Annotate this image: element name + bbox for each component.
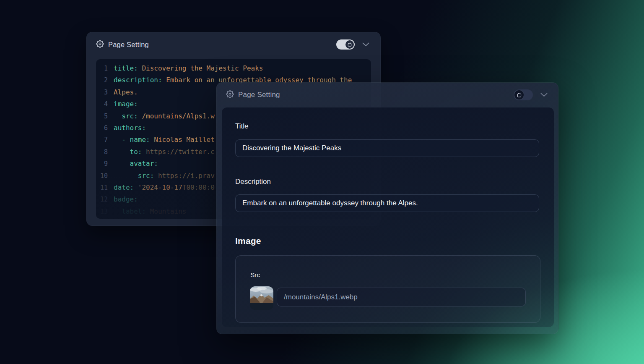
title-label: Title xyxy=(235,122,249,131)
line-number: 2 xyxy=(96,74,108,86)
line-number: 1 xyxy=(96,63,108,74)
toggle-knob xyxy=(514,90,524,100)
view-mode-toggle[interactable] xyxy=(514,89,533,100)
code-text: image: xyxy=(114,98,138,110)
gear-icon xyxy=(226,90,234,100)
code-text: src: https://i.prav xyxy=(114,170,215,182)
panel-header: Page Setting xyxy=(217,83,558,107)
image-thumbnail xyxy=(250,286,273,310)
image-section-heading: Image xyxy=(235,236,261,246)
code-text: badge: xyxy=(114,194,138,205)
src-input[interactable] xyxy=(277,288,526,306)
form-settings-panel: Page Setting Title Description xyxy=(216,82,558,334)
code-text: date: '2024-10-17T00:00:0 xyxy=(114,182,215,194)
toggle-knob xyxy=(345,40,354,49)
code-text: src: /mountains/Alps1.w xyxy=(114,110,215,122)
chevron-down-icon[interactable] xyxy=(362,41,369,48)
chevron-down-icon[interactable] xyxy=(540,91,548,99)
line-number: 9 xyxy=(96,158,108,170)
line-number: 8 xyxy=(96,146,108,158)
line-number: 7 xyxy=(96,134,108,146)
src-label: Src xyxy=(250,271,260,279)
image-field-group: Src xyxy=(235,255,540,323)
code-text: title: Discovering the Majestic Peaks xyxy=(114,63,263,74)
line-number: 11 xyxy=(96,182,108,194)
line-number: 10 xyxy=(96,170,108,182)
code-text: label: Mountains xyxy=(114,206,186,217)
mountain-thumbnail-graphic xyxy=(250,286,273,310)
code-text: Alpes. xyxy=(114,86,138,98)
gear-icon xyxy=(96,40,104,50)
code-text: - name: Nicolas Maillet xyxy=(114,134,215,146)
settings-form-card: Title Description Image Src xyxy=(222,107,554,327)
line-number: 3 xyxy=(96,86,108,98)
code-text: avatar: xyxy=(114,158,158,170)
line-number: 6 xyxy=(96,122,108,134)
code-view-icon xyxy=(347,42,352,47)
description-label: Description xyxy=(235,178,271,186)
line-number: 12 xyxy=(96,194,108,205)
panel-title: Page Setting xyxy=(108,41,149,49)
description-input[interactable] xyxy=(235,194,539,212)
code-text: to: https://twitter.c xyxy=(114,146,215,158)
code-view-icon xyxy=(517,92,522,98)
code-line: 1title: Discovering the Majestic Peaks xyxy=(96,63,371,74)
desktop-background: Page Setting 1title: Discovering the Maj… xyxy=(0,0,644,364)
line-number: 4 xyxy=(96,98,108,110)
panel-title: Page Setting xyxy=(238,91,280,99)
code-text: authors: xyxy=(114,122,146,134)
line-number: 13 xyxy=(96,206,108,217)
line-number: 5 xyxy=(96,110,108,122)
title-input[interactable] xyxy=(235,139,539,157)
panel-header: Page Setting xyxy=(87,32,380,57)
view-mode-toggle[interactable] xyxy=(336,39,355,50)
